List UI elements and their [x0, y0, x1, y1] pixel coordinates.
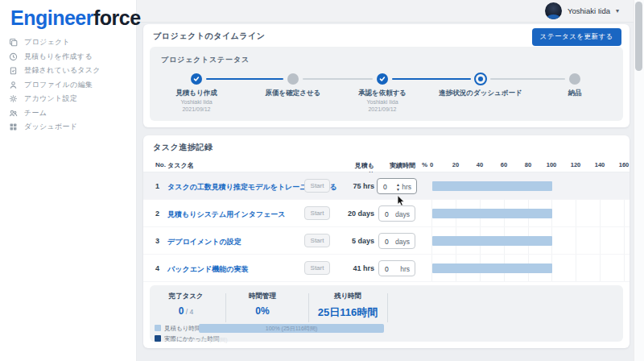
- sidebar-item-dashboard[interactable]: ダッシュボード: [0, 120, 137, 135]
- row-number: 1: [155, 182, 159, 190]
- estimate-time-bar: 100% (25日116時間): [199, 324, 384, 333]
- scrollbar-thumb[interactable]: [635, 2, 642, 71]
- divider: [225, 293, 226, 322]
- sidebar-menu: プロジェクト 見積もりを作成する 登録されているタスク プロファイルの編集 アカ…: [0, 35, 137, 135]
- col-actual: 実績時間: [385, 161, 415, 170]
- step-connector: [303, 78, 373, 80]
- row-number: 3: [155, 237, 159, 245]
- axis-tick: 80: [525, 161, 531, 168]
- step-check-icon[interactable]: [191, 73, 202, 85]
- table-row: 2 見積もりシステム用インタフェース Start 20 days 0 days: [143, 200, 630, 227]
- step-check-icon[interactable]: [377, 73, 388, 85]
- estimate-value: 75 hrs: [336, 182, 374, 190]
- table-row: 3 デプロイメントの設定 Start 5 days 0 days: [143, 227, 630, 255]
- status-panel-title: プロジェクトステータス: [161, 55, 250, 65]
- start-button[interactable]: Start: [304, 234, 330, 247]
- sidebar-item-label: プロファイルの編集: [24, 80, 93, 90]
- divider: [308, 293, 309, 322]
- axis-tick: 120: [571, 161, 581, 168]
- actual-hours-input[interactable]: 0 hrs: [378, 260, 415, 276]
- step-connector: [206, 78, 283, 80]
- axis-tick: 20: [452, 161, 459, 168]
- step-label: 原価を確定させる: [266, 89, 321, 98]
- sidebar-item-label: 見積もりを作成する: [24, 52, 93, 62]
- stepper-arrows-icon[interactable]: ▲▼: [394, 181, 402, 192]
- task-name-link[interactable]: バックエンド機能の実装: [167, 264, 248, 275]
- sidebar-item-label: アカウント設定: [24, 93, 77, 104]
- sidebar-item-projects[interactable]: プロジェクト: [0, 35, 137, 50]
- completed-tasks-stat: 完了タスク 0 / 4: [168, 292, 203, 317]
- table-header: No. タスク名 見積もり 実績時間 % 0 20 40 60 80 100 1…: [143, 156, 630, 172]
- top-header-bar: Yoshiaki Iida ▾: [137, 0, 634, 23]
- step-meta: Yoshiaki Iida2021/09/12: [180, 99, 212, 113]
- start-button[interactable]: Start: [304, 261, 330, 275]
- sidebar-item-create-estimate[interactable]: 見積もりを作成する: [0, 50, 137, 64]
- sidebar-item-label: チーム: [24, 108, 47, 118]
- axis-tick: 60: [501, 161, 507, 168]
- axis-tick: 140: [595, 161, 605, 168]
- estimate-value: 5 days: [336, 237, 374, 245]
- step-meta: Yoshiaki Iida2021/09/12: [366, 99, 398, 113]
- sidebar-item-label: ダッシュボード: [24, 122, 77, 132]
- estimate-value: 41 hrs: [336, 264, 374, 272]
- mouse-cursor: [397, 195, 406, 210]
- task-name-link[interactable]: 見積もりシステム用インタフェース: [167, 210, 286, 220]
- axis-tick: 160: [619, 161, 630, 168]
- progress-bar: [432, 181, 552, 191]
- dashboard-icon: [9, 122, 18, 131]
- projects-icon: [9, 38, 18, 47]
- step-label: 納品: [568, 89, 582, 98]
- task-progress-card: タスク進捗記録 No. タスク名 見積もり 実績時間 % 0 20 40 60 …: [143, 135, 630, 348]
- update-status-button[interactable]: ステータスを更新する: [532, 28, 621, 46]
- col-no: No.: [155, 161, 166, 168]
- axis-tick: 40: [477, 161, 483, 168]
- progress-bar: [432, 263, 552, 273]
- step-connector: [490, 78, 565, 80]
- summary-panel: 完了タスク 0 / 4 時間管理 0% 残り時間 25日116時間 見積もり時間…: [150, 285, 623, 342]
- sidebar-item-registered-tasks[interactable]: 登録されているタスク: [0, 64, 137, 78]
- row-number: 2: [155, 210, 159, 218]
- actual-hours-input[interactable]: 0 days: [378, 233, 415, 249]
- step-label: 承認を依頼する: [358, 89, 407, 98]
- task-card-title: タスク進捗記録: [153, 142, 213, 153]
- create-estimate-icon: [9, 52, 18, 61]
- progress-bar: [432, 209, 552, 218]
- row-number: 4: [155, 264, 159, 272]
- table-row: 4 バックエンド機能の実装 Start 41 hrs 0 hrs: [143, 255, 630, 282]
- col-percent: %: [422, 161, 427, 168]
- registered-tasks-icon: [9, 66, 18, 75]
- project-timeline-card: プロジェクトのタイムライン ステータスを更新する プロジェクトステータス 見積も…: [143, 24, 630, 127]
- step-pending-icon[interactable]: [569, 73, 580, 85]
- step-current-icon[interactable]: [474, 73, 487, 85]
- sidebar-item-account-settings[interactable]: アカウント設定: [0, 92, 137, 106]
- task-name-link[interactable]: デプロイメントの設定: [167, 237, 242, 247]
- start-button[interactable]: Start: [304, 179, 330, 193]
- sidebar-item-team[interactable]: チーム: [0, 106, 137, 121]
- chevron-down-icon: ▾: [616, 7, 619, 15]
- edit-profile-icon: [9, 81, 18, 89]
- step-pending-icon[interactable]: [287, 73, 299, 85]
- timeline-card-title: プロジェクトのタイムライン: [153, 31, 266, 42]
- user-menu[interactable]: Yoshiaki Iida ▾: [545, 2, 619, 19]
- step-connector: [392, 78, 471, 80]
- remaining-time-stat: 残り時間 25日116時間: [318, 292, 378, 320]
- app-logo[interactable]: Engineerforce: [10, 6, 141, 30]
- sidebar-item-edit-profile[interactable]: プロファイルの編集: [0, 78, 137, 93]
- col-task-name: タスク名: [167, 161, 194, 170]
- project-status-panel: プロジェクトステータス 見積もり作成 Yoshiaki Iida2021/09/…: [150, 47, 623, 121]
- sidebar-item-label: プロジェクト: [24, 37, 70, 48]
- team-icon: [9, 109, 18, 118]
- estimate-swatch-icon: [155, 325, 161, 331]
- divider: [387, 293, 388, 322]
- actual-hours-input[interactable]: 0 ▲▼ hrs: [377, 178, 417, 194]
- time-management-stat: 時間管理 0%: [249, 292, 276, 317]
- sidebar: Engineerforce プロジェクト 見積もりを作成する 登録されているタス…: [0, 0, 137, 361]
- actual-swatch-icon: [155, 335, 161, 342]
- avatar[interactable]: [545, 2, 562, 19]
- scrollbar-track[interactable]: [634, 0, 644, 361]
- start-button[interactable]: Start: [304, 206, 330, 220]
- actual-time-bar-text: 0% (0時間): [200, 336, 228, 344]
- user-name: Yoshiaki Iida: [568, 6, 610, 15]
- sidebar-item-label: 登録されているタスク: [24, 65, 101, 76]
- progress-bar: [432, 236, 552, 246]
